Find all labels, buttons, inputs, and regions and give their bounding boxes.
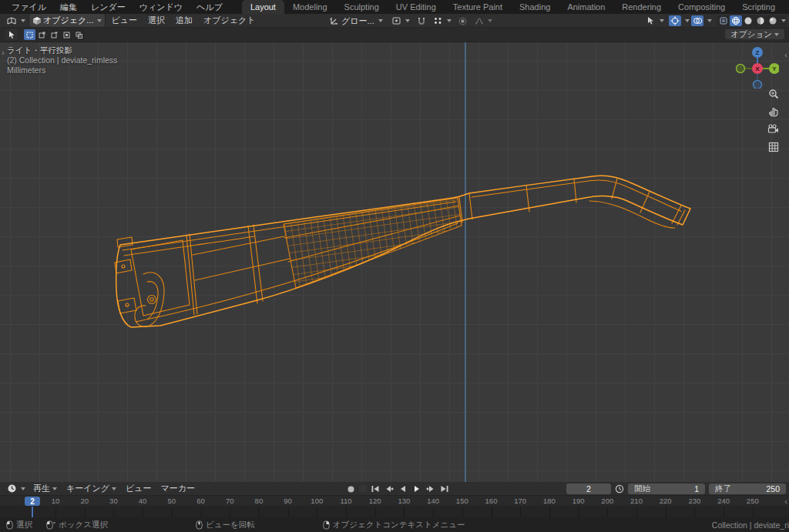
tab-compositing[interactable]: Compositing: [670, 0, 734, 14]
object-mode-cube-icon: [32, 16, 42, 25]
transform-orientation-dropdown[interactable]: グロー...: [327, 15, 386, 28]
status-select-label: 選択: [16, 520, 32, 530]
play-reverse-button[interactable]: [397, 483, 408, 494]
menu-help[interactable]: ヘルプ: [190, 0, 230, 14]
select-mode-extend[interactable]: [36, 29, 48, 40]
track-gridline: [317, 507, 317, 517]
orientation-label: グロー...: [341, 15, 374, 27]
menu-object[interactable]: オブジェクト: [198, 14, 261, 27]
options-label: オプション: [730, 29, 772, 40]
proportional-falloff-dropdown[interactable]: [472, 16, 495, 26]
menu-add[interactable]: 追加: [170, 14, 198, 27]
menu-window[interactable]: ウィンドウ: [133, 0, 190, 14]
menu-file[interactable]: ファイル: [5, 0, 53, 14]
track-gridline: [753, 507, 754, 517]
current-frame-field[interactable]: 2: [566, 483, 611, 494]
pan-tool-button[interactable]: [767, 105, 779, 117]
tab-uv-editing[interactable]: UV Editing: [388, 0, 445, 14]
chevron-down-icon: [21, 487, 25, 490]
wireframe-object[interactable]: [0, 42, 789, 482]
shading-wireframe-button[interactable]: [730, 15, 742, 26]
keying-set-button[interactable]: [359, 485, 367, 493]
add-workspace-button[interactable]: +: [784, 0, 789, 14]
prev-keyframe-button[interactable]: [383, 483, 394, 494]
ruler-tick: 150: [456, 497, 468, 505]
viewport-3d[interactable]: ライト・平行投影 (2) Collection | deviate_rimles…: [0, 42, 789, 482]
start-frame-field[interactable]: 開始 1: [628, 483, 705, 494]
camera-view-button[interactable]: [767, 123, 779, 135]
track-gridline: [201, 507, 202, 517]
playhead[interactable]: 2: [25, 497, 40, 506]
status-hint-context-menu: オブジェクトコンテキストメニュー: [323, 520, 465, 530]
ruler-tick: 120: [369, 497, 381, 505]
chevron-down-icon[interactable]: [781, 19, 786, 22]
proportional-editing-toggle[interactable]: [457, 15, 469, 26]
play-button[interactable]: [411, 483, 422, 494]
menu-playback[interactable]: 再生: [29, 483, 62, 494]
jump-to-start-button[interactable]: [369, 483, 381, 494]
tab-texture-paint[interactable]: Texture Paint: [445, 0, 511, 14]
playhead-line[interactable]: [32, 507, 33, 517]
snap-target-dropdown[interactable]: [430, 15, 455, 26]
ruler-tick: 130: [398, 497, 410, 505]
select-extend-icon: [39, 32, 45, 38]
timeline-ruler[interactable]: 2 ‹ 102030405060708090100110120130140150…: [0, 496, 789, 507]
xray-toggle[interactable]: [717, 15, 730, 26]
active-tool-button[interactable]: [5, 29, 18, 40]
shading-solid-button[interactable]: [742, 15, 754, 26]
tab-layout[interactable]: Layout: [242, 0, 284, 14]
chevron-down-icon: [112, 487, 116, 490]
tab-shading[interactable]: Shading: [511, 0, 559, 14]
select-mode-invert[interactable]: [61, 29, 72, 40]
chevron-down-icon[interactable]: [685, 19, 690, 22]
menu-marker[interactable]: マーカー: [156, 483, 200, 494]
end-frame-field[interactable]: 終了 250: [709, 483, 786, 494]
zoom-tool-button[interactable]: [767, 88, 779, 99]
start-value: 1: [694, 484, 699, 494]
ruler-tick: 160: [485, 497, 498, 505]
tab-modeling[interactable]: Modeling: [284, 0, 336, 14]
timeline-track[interactable]: [0, 507, 789, 517]
menu-edit[interactable]: 編集: [53, 0, 84, 14]
menu-timeline-view[interactable]: ビュー: [121, 483, 156, 494]
chevron-down-icon[interactable]: [707, 19, 712, 22]
tab-animation[interactable]: Animation: [559, 0, 613, 14]
navigation-gizmo[interactable]: Z Y X: [736, 45, 779, 89]
pivot-point-icon: [391, 16, 401, 25]
ruler-tick: 240: [717, 497, 730, 505]
ruler-tick: 180: [543, 497, 556, 505]
pivot-point-dropdown[interactable]: [388, 15, 413, 26]
menu-view[interactable]: ビュー: [106, 14, 143, 27]
timeline-sidebar-chevron[interactable]: ‹: [784, 497, 787, 505]
shading-rendered-button[interactable]: [767, 15, 779, 26]
chevron-down-icon: [488, 19, 492, 22]
show-gizmo-toggle[interactable]: [669, 15, 681, 26]
toolbar-expand-chevron[interactable]: ›: [2, 49, 5, 56]
show-overlays-toggle[interactable]: [691, 15, 703, 26]
select-mode-set[interactable]: [24, 29, 35, 40]
snap-toggle[interactable]: [415, 15, 428, 26]
track-gridline: [462, 507, 463, 517]
timeline-editor-type-button[interactable]: [4, 483, 29, 494]
auto-keying-button[interactable]: [345, 483, 357, 494]
play-reverse-icon: [399, 485, 407, 493]
jump-to-end-button[interactable]: [438, 483, 450, 494]
tab-scripting[interactable]: Scripting: [734, 0, 784, 14]
viewport-editor-icon: [6, 16, 17, 25]
tab-rendering[interactable]: Rendering: [613, 0, 670, 14]
menu-select[interactable]: 選択: [143, 14, 170, 27]
options-dropdown[interactable]: オプション: [725, 29, 784, 39]
editor-type-button[interactable]: [3, 15, 29, 26]
sidebar-expand-chevron[interactable]: ‹: [784, 51, 787, 59]
grid-ortho-button[interactable]: [767, 141, 779, 152]
next-keyframe-button[interactable]: [425, 483, 436, 494]
menu-keying[interactable]: キーイング: [62, 483, 121, 494]
select-mode-intersect[interactable]: [73, 29, 85, 40]
mode-dropdown[interactable]: オブジェク...: [29, 13, 106, 28]
object-visibility-dropdown[interactable]: [643, 15, 667, 26]
menu-render[interactable]: レンダー: [84, 0, 133, 14]
tab-sculpting[interactable]: Sculpting: [336, 0, 388, 14]
shading-material-button[interactable]: [754, 15, 767, 26]
frame-clock-icon[interactable]: [615, 484, 624, 494]
select-mode-subtract[interactable]: [49, 29, 60, 40]
